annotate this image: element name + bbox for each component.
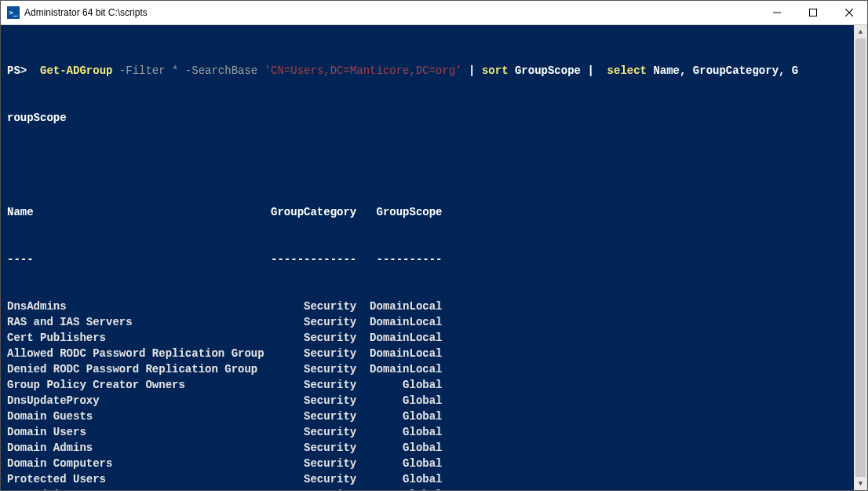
cmdlet-name: Get-ADGroup	[40, 64, 112, 77]
table-row: DnsUpdateProxy Security Global	[7, 393, 861, 409]
maximize-icon	[809, 9, 817, 16]
table-row: Cert Publishers Security DomainLocal	[7, 330, 861, 346]
pipe-2: |	[587, 64, 607, 77]
table-row: Domain Computers Security Global	[7, 456, 861, 471]
console-area[interactable]: PS> Get-ADGroup -Filter * -SearchBase 'C…	[1, 25, 867, 490]
blank-line	[7, 157, 861, 173]
table-body: DnsAdmins Security DomainLocalRAS and IA…	[7, 299, 861, 490]
table-row: Domain Admins Security Global	[7, 440, 861, 456]
scroll-up-arrow-icon[interactable]: ▲	[854, 25, 867, 38]
minimize-button[interactable]	[759, 1, 795, 24]
scroll-down-arrow-icon[interactable]: ▼	[854, 477, 867, 490]
close-icon	[845, 9, 853, 16]
close-button[interactable]	[831, 1, 867, 24]
table-row: RAS and IAS Servers Security DomainLocal	[7, 314, 861, 330]
table-header-dashes: ---- ------------- ----------	[7, 251, 861, 267]
string-literal: 'CN=Users,DC=Manticore,DC=org'	[264, 64, 462, 77]
sort-keyword: sort	[482, 64, 509, 77]
window-title: Administrator 64 bit C:\scripts	[24, 7, 148, 18]
table-row: Key Admins Security Global	[7, 487, 861, 490]
table-row: DnsAdmins Security DomainLocal	[7, 299, 861, 314]
table-row: Denied RODC Password Replication Group S…	[7, 361, 861, 377]
maximize-button[interactable]	[795, 1, 831, 24]
table-row: Protected Users Security Global	[7, 471, 861, 487]
select-args: Name, GroupCategory, G	[647, 64, 798, 77]
cmdlet-params: -Filter * -SearchBase	[112, 64, 264, 77]
vertical-scrollbar[interactable]: ▲ ▼	[854, 25, 867, 490]
command-line-2: roupScope	[7, 110, 861, 126]
table-header: Name GroupCategory GroupScope	[7, 204, 861, 220]
minimize-icon	[773, 9, 781, 16]
prompt: PS>	[7, 64, 34, 77]
powershell-icon: >_	[7, 6, 20, 19]
pipe-1: |	[462, 64, 482, 77]
table-row: Allowed RODC Password Replication Group …	[7, 346, 861, 361]
command-line-1: PS> Get-ADGroup -Filter * -SearchBase 'C…	[7, 63, 861, 79]
table-row: Domain Guests Security Global	[7, 409, 861, 424]
scrollbar-track[interactable]	[854, 38, 867, 477]
svg-rect-1	[810, 9, 817, 16]
select-keyword: select	[607, 64, 647, 77]
command-wrap: roupScope	[7, 112, 67, 124]
scrollbar-thumb[interactable]	[855, 38, 866, 477]
powershell-window: >_ Administrator 64 bit C:\scripts PS> G…	[0, 0, 868, 491]
sort-arg: GroupScope	[509, 64, 588, 77]
table-row: Domain Users Security Global	[7, 424, 861, 440]
table-row: Group Policy Creator Owners Security Glo…	[7, 377, 861, 393]
title-bar[interactable]: >_ Administrator 64 bit C:\scripts	[1, 1, 867, 25]
